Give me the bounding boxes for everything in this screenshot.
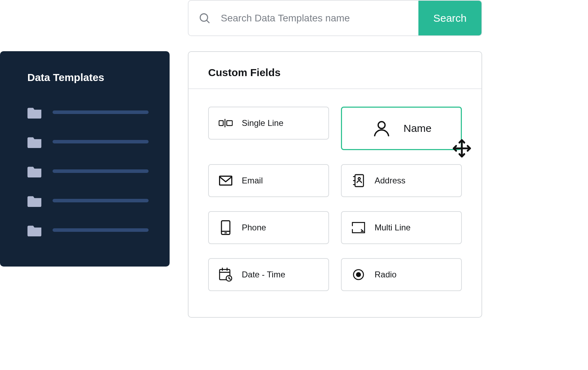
field-name[interactable]: Name (341, 107, 462, 150)
phone-icon (219, 221, 233, 235)
folder-item[interactable] (27, 135, 149, 148)
svg-point-8 (358, 177, 360, 180)
folder-placeholder-line (53, 140, 149, 143)
svg-point-5 (378, 122, 385, 129)
sidebar-data-templates: Data Templates (0, 51, 170, 267)
field-phone[interactable]: Phone (208, 211, 329, 244)
field-label: Single Line (242, 118, 283, 128)
sidebar-title: Data Templates (27, 72, 149, 83)
datetime-icon (219, 268, 233, 282)
field-label: Multi Line (375, 223, 411, 233)
multiline-icon (351, 221, 365, 235)
field-radio[interactable]: Radio (341, 258, 462, 291)
field-label: Address (375, 176, 405, 186)
field-email[interactable]: Email (208, 164, 329, 197)
radio-icon (351, 268, 365, 282)
field-label: Radio (375, 270, 397, 280)
folder-item[interactable] (27, 106, 149, 119)
folder-icon (27, 106, 43, 119)
field-address[interactable]: Address (341, 164, 462, 197)
svg-line-1 (207, 20, 209, 22)
folder-icon (27, 135, 43, 148)
panel-body: Single Line Name Email (189, 89, 481, 302)
svg-rect-3 (227, 121, 232, 126)
field-single-line[interactable]: Single Line (208, 107, 329, 140)
panel-header: Custom Fields (189, 52, 481, 89)
field-date-time[interactable]: Date - Time (208, 258, 329, 291)
person-icon (371, 118, 392, 139)
search-input[interactable] (221, 1, 418, 35)
folder-icon (27, 165, 43, 177)
field-label: Name (403, 122, 431, 134)
folder-list (27, 106, 149, 236)
email-icon (219, 174, 233, 188)
folder-icon (27, 224, 43, 236)
folder-item[interactable] (27, 194, 149, 207)
address-icon (351, 174, 365, 188)
folder-placeholder-line (53, 169, 149, 173)
folder-placeholder-line (53, 110, 149, 114)
search-button[interactable]: Search (418, 1, 481, 35)
field-label: Email (242, 176, 263, 186)
svg-rect-6 (220, 176, 232, 185)
folder-item[interactable] (27, 224, 149, 236)
svg-point-23 (356, 273, 360, 276)
panel-title: Custom Fields (208, 67, 462, 79)
folder-placeholder-line (53, 199, 149, 202)
folder-placeholder-line (53, 228, 149, 232)
folder-icon (27, 194, 43, 207)
svg-rect-2 (219, 121, 223, 126)
custom-fields-panel: Custom Fields Single Line Name (188, 51, 482, 318)
search-bar: Search (188, 0, 482, 36)
text-input-icon (219, 116, 233, 130)
field-label: Phone (242, 223, 266, 233)
search-icon (189, 1, 221, 35)
folder-item[interactable] (27, 165, 149, 177)
field-label: Date - Time (242, 270, 285, 280)
field-multi-line[interactable]: Multi Line (341, 211, 462, 244)
